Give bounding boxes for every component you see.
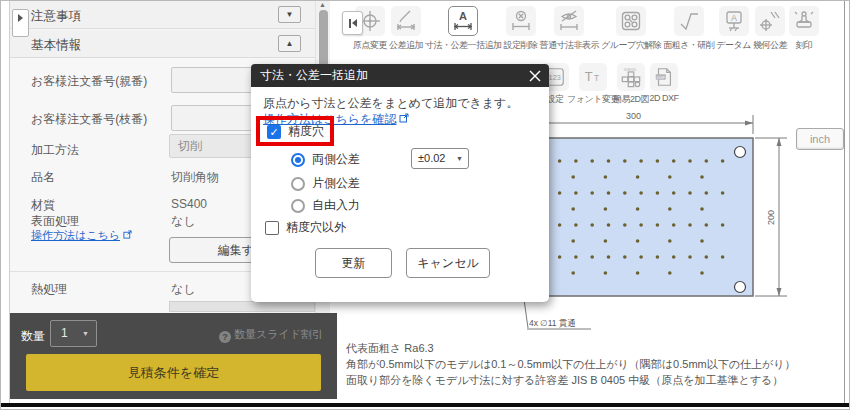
radio-icon[interactable]	[291, 177, 305, 191]
svg-text:A: A	[459, 10, 467, 22]
font-change-icon: TT	[579, 63, 607, 91]
panel-collapse-button[interactable]	[342, 11, 363, 35]
window-bottom-edge	[1, 403, 850, 407]
section-basic-info[interactable]: 基本情報 ▲	[10, 30, 315, 58]
engraving-stamp-icon	[789, 6, 819, 36]
confirm-quote-button[interactable]: 見積条件を確定	[26, 354, 321, 391]
note-line: 面取り部分を除くモデル寸法に対する許容差 JIS B 0405 中級（原点を加工…	[346, 372, 796, 388]
tool-engraving[interactable]: 刻印	[789, 6, 819, 52]
precision-hole-checkbox[interactable]: ✓ 精度穴	[267, 123, 324, 140]
quote-footer: 数量 1▼ ?数量スライド割引 見積条件を確定	[10, 313, 337, 399]
question-icon: ?	[219, 331, 231, 343]
scroll-up-icon[interactable]: ▲	[319, 1, 326, 8]
tool-dimension-batch-add[interactable]: A 寸法・公差一括追加	[425, 6, 502, 52]
triangle-left-icon	[352, 19, 357, 27]
triangle-right-icon	[18, 14, 23, 22]
non-precision-checkbox[interactable]: 精度穴以外	[265, 219, 346, 236]
close-icon[interactable]	[527, 68, 543, 84]
svg-text:A: A	[731, 13, 737, 23]
dialog-title: 寸法・公差一括追加	[260, 68, 368, 82]
tolerance-value-select[interactable]: ±0.02▼	[411, 148, 469, 169]
tool-hide-normal-dims[interactable]: 普通寸法非表示	[540, 6, 600, 52]
tool-geometric-tolerance[interactable]: 幾何公差	[753, 6, 787, 52]
hidden-control-edge	[169, 301, 315, 312]
field-label-order-child: お客様注文番号(枝番)	[31, 111, 147, 128]
setting-delete-icon	[506, 6, 536, 36]
note-line: 代表面粗さ Ra6.3	[346, 340, 796, 356]
radio-selected-icon[interactable]	[291, 153, 305, 167]
checkbox-unchecked-icon[interactable]	[265, 221, 279, 235]
dialog-titlebar[interactable]: 寸法・公差一括追加	[251, 64, 549, 87]
group-hole-icon	[616, 6, 646, 36]
checkbox-checked-icon[interactable]: ✓	[267, 125, 281, 139]
canvas-right-border	[844, 1, 845, 403]
batch-tolerance-dialog: 寸法・公差一括追加 原点から寸法と公差をまとめて追加できます。 操作方法はこちら…	[251, 64, 549, 302]
height-dimension-label: 200	[766, 210, 776, 225]
radio-both-sides[interactable]: 両側公差	[291, 151, 360, 168]
surface-treatment-value: なし	[171, 213, 196, 230]
radio-free-input[interactable]: 自由入力	[291, 197, 360, 214]
tool-datum[interactable]: A データム	[716, 6, 751, 52]
dialog-description: 原点から寸法と公差をまとめて追加できます。	[263, 95, 518, 112]
svg-text:6VIEWS: 6VIEWS	[624, 68, 637, 72]
note-line: 角部が0.5mm以下のモデルは0.1～0.5mm以下の仕上がり（隅部は0.5mm…	[346, 356, 796, 372]
hole-callout-label: 4x ∅11 貫通	[529, 318, 576, 328]
field-label-machining: 加工方法	[31, 142, 79, 159]
chevron-down-icon: ▼	[456, 149, 463, 168]
svg-text:DXF: DXF	[657, 75, 666, 80]
update-button[interactable]: 更新	[315, 248, 392, 278]
collapse-basic-button[interactable]: ▲	[278, 35, 301, 52]
width-dimension-label: 300	[626, 111, 641, 121]
dimension-batch-icon: A	[448, 6, 478, 36]
dxf-file-icon: DXF	[650, 63, 678, 91]
external-link-icon	[399, 113, 409, 123]
radio-one-side[interactable]: 片側公差	[291, 175, 360, 192]
cancel-button[interactable]: キャンセル	[406, 248, 490, 278]
datum-icon: A	[719, 6, 749, 36]
heat-treatment-value: なし	[171, 281, 196, 298]
quantity-select[interactable]: 1▼	[50, 320, 97, 347]
drawing-toolbar-row1: 原点変更 公差追加 A 寸法・公差一括追加 設定削除 普通寸法非表示 グループ穴…	[353, 6, 819, 52]
simple-2d-views-icon: 6VIEWS	[617, 63, 645, 91]
svg-text:T: T	[585, 69, 593, 84]
field-label-material: 材質	[31, 197, 55, 214]
external-link-icon	[123, 230, 132, 239]
geometric-tolerance-icon	[755, 6, 785, 36]
field-label-heat: 熱処理	[31, 281, 67, 298]
plate-shape	[516, 138, 753, 296]
drawing-notes: 代表面粗さ Ra6.3 角部が0.5mm以下のモデルは0.1～0.5mm以下の仕…	[346, 340, 796, 388]
left-edge-strip	[1, 1, 10, 403]
tool-2d-dxf[interactable]: DXF 2D DXF	[644, 63, 684, 103]
chevron-down-icon: ▼	[82, 321, 89, 346]
app-window: 原点変更 公差追加 A 寸法・公差一括追加 設定削除 普通寸法非表示 グループ穴…	[0, 0, 850, 410]
collapse-notes-button[interactable]: ▼	[278, 6, 301, 23]
roughness-icon	[674, 6, 704, 36]
tolerance-add-icon	[391, 6, 421, 36]
field-label-order-parent: お客様注文番号(親番)	[31, 73, 147, 90]
material-value: SS400	[171, 197, 207, 211]
svg-text:T: T	[594, 74, 599, 83]
sidebar-help-link[interactable]: 操作方法はこちら	[31, 228, 132, 243]
radio-icon[interactable]	[291, 199, 305, 213]
product-name-value: 切削角物	[171, 169, 219, 186]
tool-group-hole-release[interactable]: グループ穴解除	[601, 6, 661, 52]
section-notes[interactable]: 注意事項 ▼	[10, 1, 315, 29]
eye-off-icon	[554, 6, 584, 36]
unit-toggle-button[interactable]: inch	[796, 128, 844, 150]
quantity-discount-link[interactable]: ?数量スライド割引	[219, 327, 323, 343]
tool-setting-delete[interactable]: 設定削除	[504, 6, 538, 52]
tool-roughness-grinding[interactable]: 面粗さ・研削	[663, 6, 714, 52]
svg-text:123: 123	[549, 73, 561, 82]
tool-tolerance-add[interactable]: 公差追加	[389, 6, 423, 52]
panel-expand-button[interactable]	[12, 9, 29, 37]
quantity-label: 数量	[21, 328, 45, 345]
field-label-product-name: 品名	[31, 169, 55, 186]
